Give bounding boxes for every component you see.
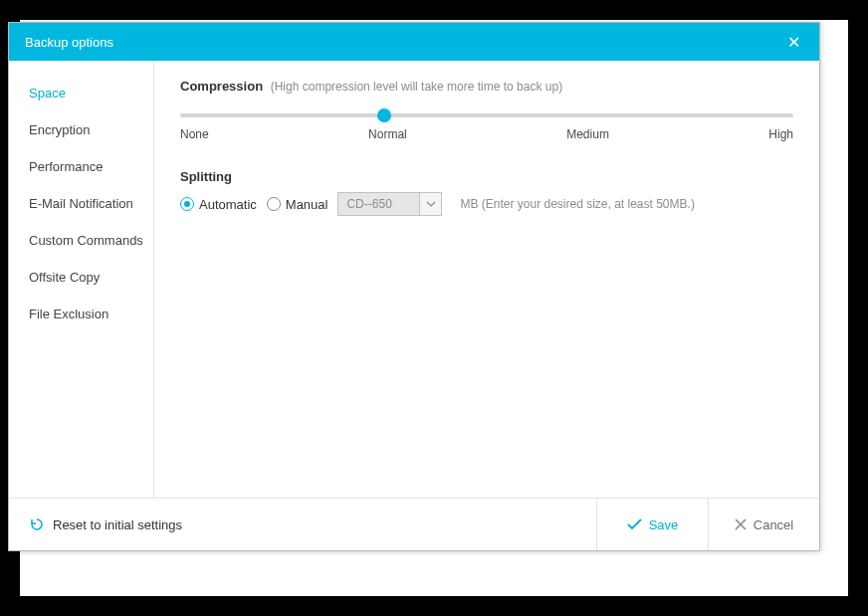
splitting-label: Splitting <box>180 169 793 184</box>
chevron-down-icon <box>419 193 441 215</box>
radio-label: Manual <box>286 197 328 212</box>
sidebar-item-label: Performance <box>29 159 103 174</box>
save-button[interactable]: Save <box>596 499 708 550</box>
size-select[interactable]: CD--650 <box>337 192 442 216</box>
sidebar-item-encryption[interactable]: Encryption <box>9 111 153 148</box>
dialog-title: Backup options <box>25 35 779 50</box>
sidebar: Space Encryption Performance E-Mail Noti… <box>9 61 153 498</box>
sidebar-item-label: Offsite Copy <box>29 270 100 285</box>
radio-icon <box>180 197 194 211</box>
radio-manual[interactable]: Manual <box>267 197 328 212</box>
radio-automatic[interactable]: Automatic <box>180 197 257 212</box>
sidebar-item-space[interactable]: Space <box>9 75 153 111</box>
slider-tick-label: Normal <box>368 127 407 141</box>
check-icon <box>627 518 642 530</box>
compression-label: Compression <box>180 79 263 94</box>
sidebar-item-offsite-copy[interactable]: Offsite Copy <box>9 259 153 296</box>
reset-button[interactable]: Reset to initial settings <box>9 499 596 550</box>
slider-tick-labels: None Normal Medium High <box>180 127 793 141</box>
backup-options-dialog: Backup options ✕ Space Encryption Perfor… <box>8 22 820 551</box>
reset-label: Reset to initial settings <box>53 517 182 532</box>
size-note: MB (Enter your desired size, at least 50… <box>460 197 694 211</box>
dialog-titlebar: Backup options ✕ <box>9 23 819 61</box>
slider-thumb[interactable] <box>377 108 391 122</box>
close-button[interactable]: ✕ <box>779 28 807 56</box>
slider-tick-label: Medium <box>566 127 609 141</box>
radio-label: Automatic <box>199 197 257 212</box>
close-icon: ✕ <box>787 33 800 52</box>
reset-icon <box>29 516 45 532</box>
radio-icon <box>267 197 281 211</box>
compression-hint: (High compression level will take more t… <box>271 80 562 94</box>
x-icon <box>735 518 747 530</box>
compression-section: Compression (High compression level will… <box>180 79 793 141</box>
sidebar-item-label: Encryption <box>29 122 90 137</box>
sidebar-item-label: File Exclusion <box>29 307 108 321</box>
sidebar-item-label: Space <box>29 86 66 101</box>
sidebar-item-email-notification[interactable]: E-Mail Notification <box>9 185 153 222</box>
sidebar-item-performance[interactable]: Performance <box>9 148 153 185</box>
content-panel: Compression (High compression level will… <box>153 61 819 498</box>
size-select-value: CD--650 <box>338 193 419 215</box>
compression-slider[interactable]: None Normal Medium High <box>180 113 793 141</box>
splitting-section: Splitting Automatic Manual CD--650 <box>180 169 793 216</box>
cancel-button[interactable]: Cancel <box>708 499 819 550</box>
sidebar-item-file-exclusion[interactable]: File Exclusion <box>9 296 153 332</box>
dialog-footer: Reset to initial settings Save Cancel <box>9 499 819 550</box>
save-label: Save <box>649 517 679 532</box>
sidebar-item-label: E-Mail Notification <box>29 196 133 211</box>
slider-tick-label: High <box>768 127 793 141</box>
slider-tick-label: None <box>180 127 209 141</box>
slider-track <box>180 113 793 117</box>
sidebar-item-custom-commands[interactable]: Custom Commands <box>9 222 153 259</box>
cancel-label: Cancel <box>754 517 793 532</box>
sidebar-item-label: Custom Commands <box>29 233 143 248</box>
